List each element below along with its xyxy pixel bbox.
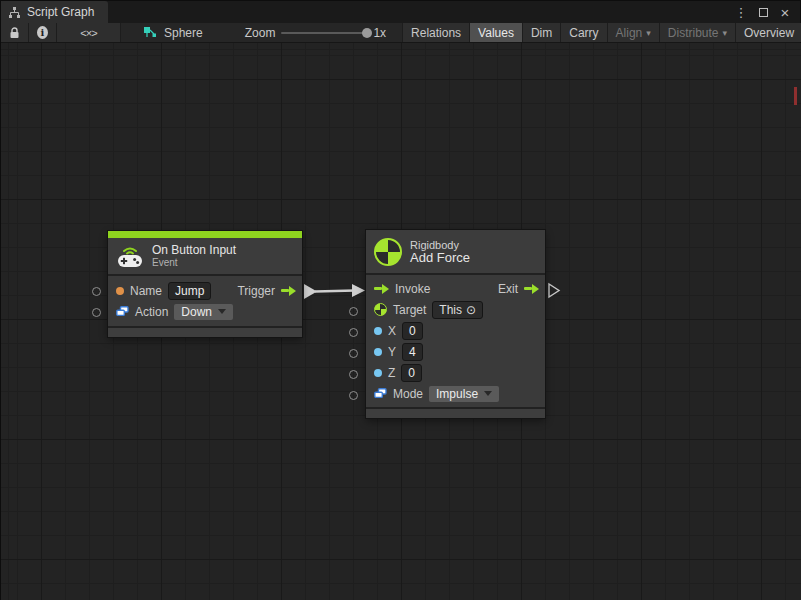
toolbar-right-group: Relations Values Dim Carry Align ▾ Distr…	[402, 23, 801, 42]
relations-button[interactable]: Relations	[402, 23, 470, 42]
chevron-down-icon	[484, 391, 492, 396]
node-subtitle: Event	[152, 257, 236, 269]
y-label: Y	[388, 345, 396, 359]
x-label: X	[388, 324, 396, 338]
float-port-icon[interactable]	[374, 369, 382, 377]
tab-script-graph[interactable]: Script Graph	[1, 1, 108, 23]
mode-dropdown[interactable]: Impulse	[429, 386, 499, 402]
graph-selector[interactable]: Sphere	[135, 23, 211, 42]
node-subtitle: Add Force	[410, 251, 470, 265]
align-dropdown[interactable]: Align ▾	[608, 23, 660, 42]
window-menu-icon[interactable]: ⋮	[732, 3, 750, 21]
invoke-row: Invoke Exit	[366, 278, 545, 299]
scroll-indicator	[794, 87, 797, 105]
node-footer	[108, 328, 302, 337]
node-on-button-input[interactable]: On Button Input Event Name Jump Trigger	[108, 231, 302, 337]
zoom-label: Zoom	[245, 26, 276, 40]
z-label: Z	[388, 366, 395, 380]
float-port-icon[interactable]	[374, 348, 382, 356]
invoke-label: Invoke	[395, 282, 430, 296]
node-title: On Button Input	[152, 243, 236, 257]
close-icon[interactable]: ×	[776, 3, 794, 21]
target-object-field[interactable]: This ⊙	[432, 301, 483, 319]
lock-icon[interactable]	[1, 23, 29, 42]
window-controls: ⋮ ×	[732, 1, 800, 23]
graph-asset-icon	[143, 26, 157, 39]
distribute-dropdown[interactable]: Distribute ▾	[660, 23, 736, 42]
action-row: Action Down	[108, 301, 302, 322]
invoke-port-icon[interactable]	[374, 284, 389, 294]
trigger-port-icon[interactable]	[281, 286, 296, 296]
event-accent-bar	[108, 231, 302, 238]
rigidbody-icon	[374, 238, 402, 266]
carry-button[interactable]: Carry	[561, 23, 607, 42]
code-view-icon[interactable]: <×>	[57, 23, 121, 42]
zoom-control: Zoom 1x	[237, 23, 394, 42]
exit-port-icon[interactable]	[524, 284, 539, 294]
name-label: Name	[130, 284, 162, 298]
port-circle[interactable]	[349, 349, 358, 358]
trigger-label: Trigger	[237, 284, 275, 298]
port-circle[interactable]	[349, 391, 358, 400]
x-row: X 0	[366, 320, 545, 341]
port-circle[interactable]	[349, 370, 358, 379]
port-circle[interactable]	[92, 308, 101, 317]
port-circle[interactable]	[92, 287, 101, 296]
action-label: Action	[135, 305, 168, 319]
node-header[interactable]: On Button Input Event	[108, 238, 302, 274]
x-input[interactable]: 0	[402, 322, 423, 340]
mode-label: Mode	[393, 387, 423, 401]
dim-button[interactable]: Dim	[523, 23, 561, 42]
graph-name: Sphere	[164, 26, 203, 40]
gamepad-icon	[116, 244, 144, 269]
chevron-down-icon: ▾	[723, 28, 728, 38]
node-body: Invoke Exit Target This ⊙ X 0	[366, 275, 545, 407]
z-input[interactable]: 0	[401, 364, 422, 382]
node-header[interactable]: Rigidbody Add Force	[366, 230, 545, 273]
rigidbody-port-icon[interactable]	[374, 303, 387, 316]
port-circle[interactable]	[349, 307, 358, 316]
chevron-down-icon	[218, 309, 226, 314]
info-icon[interactable]: i	[29, 23, 57, 42]
enum-port-icon[interactable]	[116, 306, 129, 317]
tab-title: Script Graph	[27, 5, 94, 19]
y-input[interactable]: 4	[402, 343, 423, 361]
y-row: Y 4	[366, 341, 545, 362]
zoom-slider[interactable]	[281, 32, 367, 34]
values-button[interactable]: Values	[470, 23, 523, 42]
tab-bar: Script Graph ⋮ ×	[1, 1, 800, 23]
action-dropdown[interactable]: Down	[174, 304, 233, 320]
node-footer	[366, 409, 545, 418]
float-port-icon[interactable]	[374, 327, 382, 335]
target-label: Target	[393, 303, 426, 317]
graph-canvas[interactable]: On Button Input Event Name Jump Trigger	[1, 43, 801, 600]
mode-row: Mode Impulse	[366, 383, 545, 404]
graph-toolbar: i <×> Sphere Zoom 1x Relations	[1, 23, 800, 43]
enum-port-icon[interactable]	[374, 388, 387, 399]
overview-button[interactable]: Overview	[736, 23, 801, 42]
z-row: Z 0	[366, 362, 545, 383]
graph-icon	[8, 6, 21, 19]
chevron-down-icon: ▾	[646, 28, 651, 38]
maximize-icon[interactable]	[754, 3, 772, 21]
zoom-value: 1x	[373, 26, 386, 40]
node-add-force[interactable]: Rigidbody Add Force Invoke Exit Target	[366, 230, 545, 418]
object-picker-icon[interactable]: ⊙	[466, 303, 476, 317]
exit-label: Exit	[498, 282, 518, 296]
port-circle[interactable]	[349, 328, 358, 337]
name-input[interactable]: Jump	[168, 282, 211, 300]
string-port-icon[interactable]	[116, 287, 124, 295]
node-body: Name Jump Trigger Action Down	[108, 276, 302, 326]
name-row: Name Jump Trigger	[108, 280, 302, 301]
exit-port-triangle	[549, 284, 559, 297]
toolbar-left-group: i <×>	[1, 23, 121, 42]
script-graph-window: Script Graph ⋮ × i <×>	[0, 0, 801, 600]
target-row: Target This ⊙	[366, 299, 545, 320]
zoom-slider-knob[interactable]	[362, 28, 372, 38]
